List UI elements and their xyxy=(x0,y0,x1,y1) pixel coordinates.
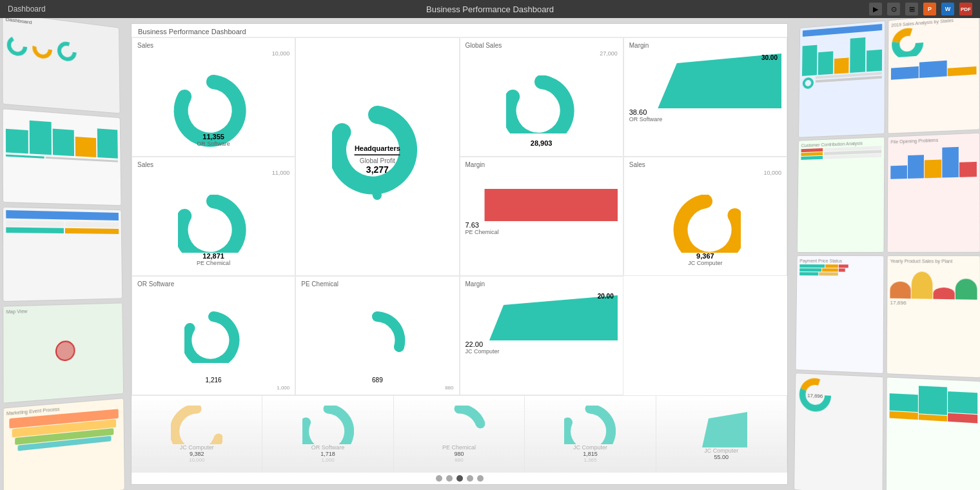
or-small-label: OR Software xyxy=(137,280,289,288)
global-sales-chart: 28,903 xyxy=(466,57,618,152)
or-software-chart: 11,355 OR Software xyxy=(137,57,289,152)
jc-computer-name: JC Computer xyxy=(688,260,722,266)
sales-pe-label: Sales xyxy=(137,161,289,168)
right-thumb-5[interactable]: Payment Price Status xyxy=(795,255,884,374)
or-small-max: 1,000 xyxy=(137,385,289,391)
sales-pe-chemical-cell: Sales 11,000 12,871 PE Chemical xyxy=(132,157,295,276)
margin-jc-label: Margin xyxy=(466,280,618,288)
pe-max-label: 11,000 xyxy=(137,170,289,176)
word-button[interactable]: W xyxy=(941,3,954,15)
svg-text:17,696: 17,696 xyxy=(807,393,823,400)
right-row-4: 17,696 xyxy=(794,373,980,490)
svg-marker-5 xyxy=(489,295,617,340)
or-name: OR Software xyxy=(197,141,230,147)
page-dot-5[interactable] xyxy=(477,475,484,482)
margin-pe-value: 7.63 xyxy=(466,221,618,229)
dash-header: Business Performance Dashboard xyxy=(132,24,787,37)
right-row-2: Customer Contribution Analysis xyxy=(797,133,980,253)
global-donut-chart: Headquarters Global Profit 3,277 xyxy=(301,42,453,271)
page-dot-3[interactable] xyxy=(456,475,463,482)
margin-pe-chart: 7.63 PE Chemical xyxy=(466,170,618,235)
topbar-center-title: Business Performance Dashboard xyxy=(426,5,554,14)
global-sales-cell: Global Sales 27,000 28,903 xyxy=(460,37,623,157)
margin-pe-chemical-cell: Margin 7.63 PE Chemical xyxy=(460,157,623,276)
left-thumb-2[interactable] xyxy=(3,109,122,206)
play-button[interactable]: ▶ xyxy=(869,3,882,15)
svg-marker-6 xyxy=(702,412,747,447)
margin-or-label: Margin xyxy=(629,42,781,49)
margin-or-value: 38.60 xyxy=(629,108,781,116)
right-thumb-4[interactable]: File Opening Problems xyxy=(887,133,980,253)
sales-or-label: Sales xyxy=(137,42,289,49)
global-sales-value: 28,903 xyxy=(531,139,553,147)
margin-or-name: OR Software xyxy=(629,116,781,122)
margin-pe-name: PE Chemical xyxy=(466,229,618,235)
margin-or-chart: 30.00 38.60 OR Software xyxy=(629,50,781,122)
left-thumb-5[interactable]: Marketing Event Process xyxy=(3,398,124,490)
margin-jc-name: JC Computer xyxy=(466,348,618,355)
margin-pe-label: Margin xyxy=(466,161,618,168)
left-thumb-1[interactable]: Dashboard xyxy=(2,12,120,113)
strip-4-name: JC Computer xyxy=(573,444,607,451)
page-dot-4[interactable] xyxy=(467,475,473,482)
topbar-left-label: Dashboard xyxy=(8,5,46,14)
strip-3-name: PE Chemical xyxy=(442,444,476,451)
margin-jc-chart: 20.00 22.00 JC Computer xyxy=(466,289,618,355)
pe-chemical-name: PE Chemical xyxy=(197,260,230,266)
sales-or-software-cell: Sales 10,000 11,355 OR Software xyxy=(132,37,295,157)
right-row-3: Payment Price Status xyxy=(795,255,980,378)
pe-chemical-value: 12,871 xyxy=(197,252,230,260)
or-value: 11,355 xyxy=(197,133,230,141)
strip-2-name: OR Software xyxy=(311,444,345,451)
right-thumb-7[interactable]: 17,696 xyxy=(794,373,883,490)
strip-cell-3: PE Chemical 980 880 xyxy=(394,396,525,473)
pe-small-label: PE Chemical xyxy=(301,280,453,288)
next-button[interactable]: ⊙ xyxy=(887,3,900,15)
global-profit-label: Global Profit xyxy=(355,157,400,164)
jc-max-label: 10,000 xyxy=(629,170,781,176)
global-profit-value: 3,277 xyxy=(355,164,400,175)
margin-or-software-cell: Margin 30.00 38.60 OR Software xyxy=(623,37,787,157)
dashboard-container: Business Performance Dashboard Sales 10,… xyxy=(131,23,788,485)
pe-small-value: 689 xyxy=(372,377,383,384)
pagination xyxy=(132,473,787,484)
right-thumb-1[interactable] xyxy=(798,21,885,138)
left-thumb-3[interactable] xyxy=(3,206,122,302)
strip-1-name: JC Computer xyxy=(180,444,214,451)
sales-jc-label: Sales xyxy=(629,161,781,168)
or-small-chart: 1,216 xyxy=(137,289,289,385)
right-panel: 2019 Sales Analysis by States xyxy=(793,18,980,490)
right-thumb-3[interactable]: Customer Contribution Analysis xyxy=(797,137,885,253)
main-area: Dashboard xyxy=(0,18,980,490)
grid-button[interactable]: ⊞ xyxy=(905,3,918,15)
ppt-button[interactable]: P xyxy=(923,3,936,15)
global-sales-secondary: 27,000 xyxy=(466,50,618,57)
left-thumb-4[interactable]: Map View xyxy=(3,303,124,404)
pdf-button[interactable]: PDF xyxy=(959,3,972,15)
global-sales-label: Global Sales xyxy=(466,42,618,49)
pe-chemical-small-cell: PE Chemical 689 880 xyxy=(295,276,459,395)
right-thumb-8[interactable] xyxy=(886,377,980,490)
strip-cell-5: JC Computer 55.00 xyxy=(656,396,787,473)
pe-small-chart: 689 xyxy=(301,289,453,385)
svg-marker-3 xyxy=(658,54,781,108)
hq-donut-cell: Headquarters Global Profit 3,277 xyxy=(295,37,459,276)
strip-5-name: JC Computer xyxy=(704,447,738,454)
margin-jc-value: 22.00 xyxy=(466,340,618,348)
right-thumb-2[interactable]: 2019 Sales Analysis by States xyxy=(887,12,980,133)
topbar: Dashboard Business Performance Dashboard… xyxy=(0,0,980,18)
hq-label: Headquarters xyxy=(355,144,400,155)
left-panel: Dashboard xyxy=(0,18,126,490)
margin-jc-max: 20.00 xyxy=(598,293,614,300)
pe-chemical-sales-chart: 12,871 PE Chemical xyxy=(137,176,289,271)
svg-point-7 xyxy=(804,79,812,88)
strip-cell-1: JC Computer 9,382 10,000 xyxy=(132,396,262,473)
page-dot-2[interactable] xyxy=(446,475,453,482)
right-thumb-6[interactable]: Yearly Product Sales by Plant 17,696 xyxy=(887,255,980,378)
page-dot-1[interactable] xyxy=(436,475,442,482)
or-max-label: 10,000 xyxy=(137,50,289,57)
or-small-value: 1,216 xyxy=(206,377,222,384)
strip-1-val: 9,382 xyxy=(190,451,204,457)
or-software-small-cell: OR Software 1,216 1,000 xyxy=(132,276,295,395)
margin-or-max: 30.00 xyxy=(761,54,778,61)
